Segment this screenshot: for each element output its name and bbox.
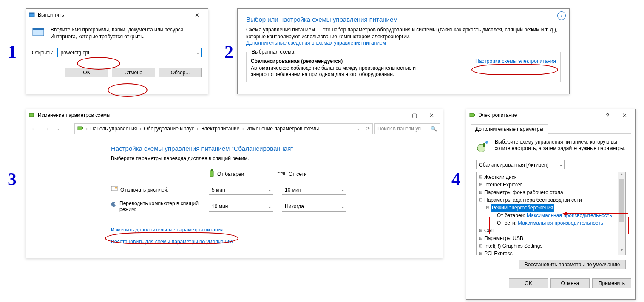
maximize-button[interactable]: ▢ — [406, 110, 423, 121]
browse-button[interactable]: Обзор... — [159, 68, 202, 77]
breadcrumb-item[interactable]: Изменение параметров схемы — [246, 126, 319, 132]
svg-rect-4 — [29, 113, 34, 117]
sleep-plugged-combo[interactable]: Никогда⌄ — [282, 202, 346, 212]
window-title: Изменение параметров схемы — [38, 112, 111, 118]
row-label-sleep: Переводить компьютер в спящий режим: — [119, 200, 204, 212]
ok-button[interactable]: OK — [65, 68, 108, 77]
back-button[interactable]: ← — [28, 123, 40, 134]
breadcrumb-item[interactable]: Электропитание — [201, 126, 239, 132]
up-button[interactable]: ↑ — [63, 124, 73, 133]
titlebar: Изменение параметров схемы — ▢ ✕ — [26, 109, 443, 121]
column-plugged: От сети — [289, 171, 307, 177]
help-icon[interactable]: i — [557, 11, 566, 20]
display-icon — [111, 186, 118, 193]
breadcrumb-item[interactable]: Панель управления — [90, 126, 137, 132]
chevron-down-icon[interactable]: ⌄ — [56, 126, 60, 132]
breadcrumb-bar[interactable]: › Панель управления › Оборудование и зву… — [74, 123, 373, 134]
expand-icon[interactable]: ⊞ — [478, 250, 483, 255]
chevron-right-icon: › — [86, 126, 88, 132]
svg-rect-6 — [78, 127, 82, 130]
toolbar: ← → ⌄ ↑ › Панель управления › Оборудован… — [26, 121, 443, 136]
power-plan-panel: i Выбор или настройка схемы управления п… — [237, 8, 570, 94]
expand-icon[interactable]: ⊞ — [478, 181, 483, 189]
settings-tree[interactable]: ▲ ▼ ⊞Жесткий диск ⊞Internet Explorer ⊞Па… — [476, 172, 626, 255]
forward-button[interactable]: → — [41, 123, 52, 134]
close-button[interactable]: ✕ — [188, 9, 205, 20]
tree-item-selected[interactable]: Режим энергосбережения — [491, 204, 554, 212]
tree-item[interactable]: Intel(R) Graphics Settings — [484, 242, 542, 250]
minimize-button[interactable]: — — [389, 110, 406, 121]
svg-rect-9 — [211, 169, 213, 171]
advanced-settings-link[interactable]: Изменить дополнительные параметры питани… — [111, 227, 224, 233]
combo-value: 10 мин — [285, 187, 301, 193]
search-box[interactable]: Поиск в панели уп... 🔍 — [374, 123, 440, 134]
chevron-down-icon[interactable]: ⌄ — [356, 126, 360, 132]
tree-value-label: От сети: — [497, 219, 516, 227]
combo-value: Сбалансированная [Активен] — [479, 162, 548, 168]
chevron-down-icon: ⌄ — [196, 50, 200, 55]
cancel-button[interactable]: Отмена — [550, 278, 590, 288]
ok-button[interactable]: OK — [509, 278, 548, 288]
tree-item[interactable]: Параметры адаптера беспроводной сети — [484, 196, 582, 204]
display-battery-combo[interactable]: 5 мин⌄ — [209, 185, 273, 195]
chevron-down-icon: ⌄ — [559, 162, 562, 167]
more-info-link[interactable]: Дополнительные сведения о схемах управле… — [246, 40, 386, 46]
battery-icon — [209, 169, 215, 179]
plan-select-combo[interactable]: Сбалансированная [Активен]⌄ — [476, 160, 565, 169]
open-combobox[interactable]: powercfg.cpl ⌄ — [57, 48, 202, 57]
chevron-right-icon: › — [242, 126, 244, 132]
expand-icon[interactable]: ⊞ — [478, 173, 483, 181]
tree-item[interactable]: Жесткий диск — [484, 173, 516, 181]
step-number-3: 3 — [8, 169, 17, 189]
svg-rect-8 — [210, 171, 213, 177]
combo-value: 5 мин — [212, 187, 225, 193]
intro-text: Выберите схему управления питанием, кото… — [495, 139, 626, 152]
run-large-icon — [32, 26, 45, 40]
power-heading: Выбор или настройка схемы управления пит… — [246, 16, 561, 23]
tree-item[interactable]: Сон — [484, 227, 494, 234]
expand-icon[interactable]: ⊞ — [478, 242, 483, 250]
svg-rect-13 — [470, 113, 474, 117]
chevron-right-icon: › — [139, 126, 141, 132]
restore-defaults-link[interactable]: Восстановить для схемы параметры по умол… — [111, 239, 233, 245]
advanced-power-dialog: Электропитание ? ✕ Дополнительные параме… — [466, 109, 636, 300]
tree-item[interactable]: PCI Express — [484, 250, 513, 255]
close-button[interactable]: ✕ — [423, 110, 440, 121]
collapse-icon[interactable]: ⊟ — [478, 196, 483, 204]
svg-rect-7 — [82, 127, 83, 129]
annotation-oval — [108, 83, 148, 97]
window-title: Электропитание — [478, 112, 517, 118]
breadcrumb-item[interactable]: Оборудование и звук — [144, 126, 194, 132]
combo-value: 10 мин — [212, 203, 228, 209]
display-plugged-combo[interactable]: 10 мин⌄ — [282, 185, 346, 195]
tree-value[interactable]: Максимальная производительность — [518, 219, 603, 227]
expand-icon[interactable]: ⊞ — [478, 189, 483, 196]
sleep-battery-combo[interactable]: 10 мин⌄ — [209, 202, 273, 212]
chevron-down-icon: ⌄ — [341, 187, 344, 192]
page-subheading: Выберите параметры перевода дисплея в сп… — [111, 155, 426, 161]
step-number-2: 2 — [224, 42, 233, 62]
restore-defaults-button[interactable]: Восстановить параметры по умолчанию — [519, 260, 626, 269]
chevron-down-icon: ⌄ — [341, 204, 344, 209]
open-label: Открыть: — [32, 50, 53, 56]
refresh-button[interactable]: ⟳ — [363, 126, 370, 132]
cancel-button[interactable]: Отмена — [112, 68, 155, 77]
collapse-icon[interactable]: ⊟ — [485, 204, 490, 212]
close-button[interactable]: ✕ — [616, 110, 633, 121]
tree-item[interactable]: Параметры фона рабочего стола — [484, 189, 563, 196]
expand-icon[interactable]: ⊞ — [478, 234, 483, 242]
apply-button[interactable]: Применить — [592, 278, 631, 288]
help-button[interactable]: ? — [599, 110, 616, 121]
fieldset-legend: Выбранная схема — [250, 49, 296, 55]
tree-value[interactable]: Максимальная производительность — [527, 212, 612, 219]
plan-settings-link[interactable]: Настройка схемы электропитания — [475, 58, 556, 64]
svg-rect-1 — [29, 13, 34, 14]
power-plan-icon — [476, 139, 491, 155]
tree-item[interactable]: Internet Explorer — [484, 181, 522, 189]
scrollbar[interactable]: ▲ ▼ — [618, 172, 625, 255]
tab-additional-params[interactable]: Дополнительные параметры — [471, 124, 548, 134]
expand-icon[interactable]: ⊞ — [478, 227, 483, 234]
sleep-icon — [111, 201, 117, 209]
step-number-1: 1 — [8, 42, 17, 62]
tree-item[interactable]: Параметры USB — [484, 234, 523, 242]
